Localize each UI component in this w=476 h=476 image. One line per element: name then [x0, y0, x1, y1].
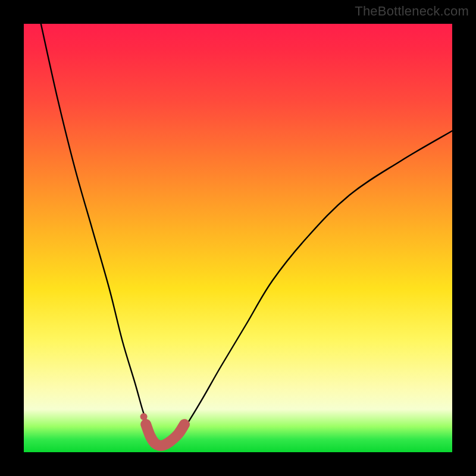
- highlight-dot-icon: [140, 413, 148, 420]
- highlight-segment: [146, 424, 184, 446]
- chart-svg: [24, 24, 452, 452]
- watermark-text: TheBottleneck.com: [355, 4, 469, 19]
- chart-frame: TheBottleneck.com: [0, 0, 476, 476]
- bottleneck-curve: [41, 24, 452, 446]
